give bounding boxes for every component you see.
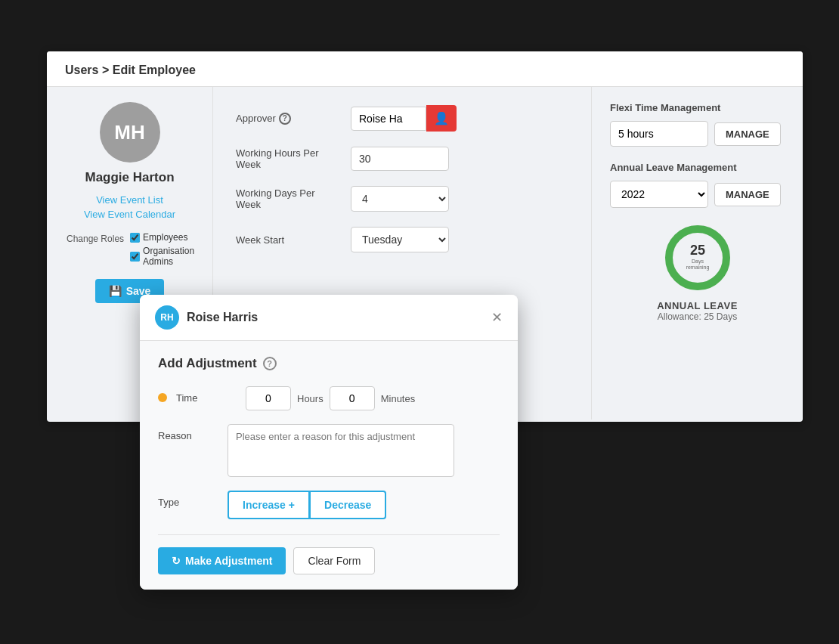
modal-footer: ↻ Make Adjustment Clear Form (158, 534, 500, 574)
annual-section: Annual Leave Management 2022 20212023 MA… (610, 162, 785, 322)
decrease-button[interactable]: Decrease (310, 491, 386, 519)
type-buttons: Increase + Decrease (228, 491, 386, 519)
role-employees-label: Employees (143, 232, 187, 243)
increase-button[interactable]: Increase + (228, 491, 310, 519)
time-controls: Hours Minutes (246, 386, 415, 410)
annual-manage-button[interactable]: MANAGE (714, 183, 781, 206)
flexi-row: MANAGE (610, 121, 785, 147)
role-employees[interactable]: Employees (130, 232, 200, 243)
working-hours-row: Working Hours Per Week (236, 147, 568, 171)
breadcrumb: Users > Edit Employee (47, 51, 803, 87)
role-org-admins-checkbox[interactable] (130, 252, 140, 262)
flexi-input[interactable] (610, 121, 708, 147)
user-icon: 👤 (434, 112, 449, 125)
year-select[interactable]: 2022 20212023 (610, 181, 708, 208)
increase-icon: + (289, 499, 295, 511)
adjustment-help-icon[interactable]: ? (263, 357, 277, 370)
sidebar-links: View Event List View Event Calendar (84, 194, 175, 220)
time-label: Time (176, 386, 237, 404)
modal-header: RH Roise Harris ✕ (140, 295, 518, 341)
modal-header-left: RH Roise Harris (155, 305, 258, 330)
decrease-label: Decrease (324, 499, 371, 511)
hours-input[interactable] (246, 386, 291, 410)
annual-leave-label: ANNUAL LEAVE (657, 300, 738, 311)
type-label: Type (158, 491, 218, 508)
reason-row: Reason (158, 424, 500, 477)
role-employees-checkbox[interactable] (130, 233, 140, 243)
make-adjustment-label: Make Adjustment (185, 555, 272, 567)
increase-label: Increase (243, 499, 286, 511)
approver-help-icon[interactable]: ? (279, 113, 291, 125)
type-row: Type Increase + Decrease (158, 491, 500, 519)
flexi-title: Flexi Time Management (610, 102, 785, 113)
annual-leave-row: 2022 20212023 MANAGE (610, 181, 785, 208)
modal-overlay: RH Roise Harris ✕ Add Adjustment ? Time … (140, 295, 518, 590)
change-roles-section: Change Roles Employees Organisation Admi… (59, 232, 200, 267)
modal-avatar: RH (155, 305, 179, 330)
minutes-unit: Minutes (381, 393, 416, 404)
week-start-label: Week Start (236, 234, 342, 246)
add-adjustment-title: Add Adjustment ? (158, 356, 500, 371)
working-hours-label: Working Hours Per Week (236, 147, 342, 170)
time-row: Time Hours Minutes (158, 386, 500, 410)
save-icon: 💾 (109, 285, 122, 297)
week-start-select[interactable]: Tuesday MondayWednesdayThursdayFriday (351, 227, 449, 252)
annual-title: Annual Leave Management (610, 162, 785, 173)
refresh-icon: ↻ (172, 555, 181, 567)
reason-label: Reason (158, 424, 218, 441)
approver-user-icon-button[interactable]: 👤 (426, 105, 457, 132)
right-panel: Flexi Time Management MANAGE Annual Leav… (591, 87, 803, 420)
role-org-admins[interactable]: Organisation Admins (130, 246, 200, 267)
approver-label: Approver ? (236, 113, 342, 125)
working-days-select[interactable]: 4 1235 (351, 186, 449, 212)
modal-close-button[interactable]: ✕ (491, 311, 503, 324)
role-org-admins-label: Organisation Admins (143, 246, 200, 267)
hours-unit: Hours (297, 393, 324, 404)
checkbox-group: Employees Organisation Admins (130, 232, 200, 267)
working-hours-input[interactable] (351, 147, 449, 171)
make-adjustment-button[interactable]: ↻ Make Adjustment (158, 547, 286, 574)
time-dot (158, 393, 167, 402)
approver-field: 👤 (351, 105, 457, 132)
working-days-row: Working Days Per Week 4 1235 (236, 186, 568, 212)
donut-chart: 25 Days remaining (660, 220, 735, 296)
approver-row: Approver ? 👤 (236, 105, 568, 132)
svg-text:Days: Days (692, 259, 704, 265)
svg-text:25: 25 (689, 243, 704, 258)
modal-title: Roise Harris (187, 311, 258, 324)
view-event-calendar-link[interactable]: View Event Calendar (84, 209, 175, 220)
donut-chart-container: 25 Days remaining ANNUAL LEAVE Allowance… (610, 220, 785, 322)
avatar: MH (100, 102, 160, 163)
view-event-list-link[interactable]: View Event List (96, 194, 163, 206)
minutes-input[interactable] (330, 386, 375, 410)
allowance-text: Allowance: 25 Days (658, 311, 737, 322)
clear-form-button[interactable]: Clear Form (293, 547, 375, 574)
approver-input[interactable] (351, 107, 426, 131)
reason-textarea[interactable] (228, 424, 454, 477)
svg-point-1 (669, 229, 726, 286)
modal-body: Add Adjustment ? Time Hours Minutes Reas… (140, 341, 518, 590)
flexi-manage-button[interactable]: MANAGE (714, 122, 781, 146)
week-start-row: Week Start Tuesday MondayWednesdayThursd… (236, 227, 568, 252)
svg-text:remaining: remaining (686, 265, 709, 271)
employee-name: Maggie Harton (85, 170, 174, 185)
working-days-label: Working Days Per Week (236, 187, 342, 210)
change-roles-label: Change Roles (67, 234, 124, 244)
